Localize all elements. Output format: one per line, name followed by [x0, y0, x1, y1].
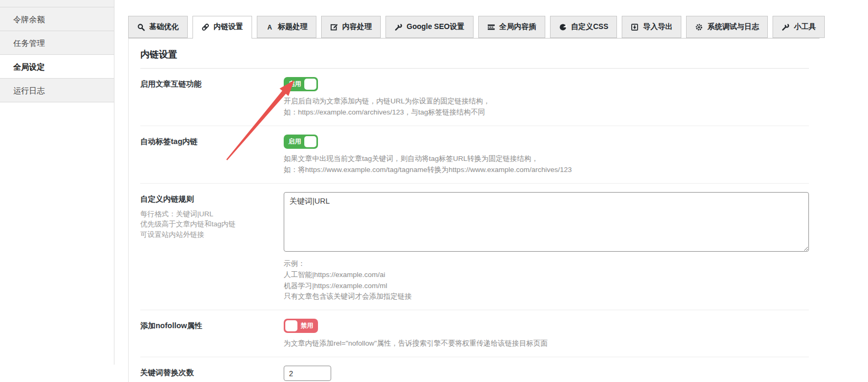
setting-description: 为文章内链添加rel="nofollow"属性，告诉搜索引擎不要将权重传递给该链…	[284, 338, 809, 349]
edit-icon	[330, 23, 338, 31]
setting-label: 关键词替换次数	[140, 368, 274, 378]
sidebar-item-global-settings[interactable]: 全局设定	[0, 55, 114, 79]
toggle-auto-tag-links[interactable]: 启用	[284, 135, 318, 149]
search-icon	[137, 23, 145, 31]
toggle-state-label: 禁用	[297, 321, 316, 330]
sidebar-item-token-balance[interactable]: 令牌余额	[0, 7, 114, 31]
tab-label: 基础优化	[149, 22, 179, 32]
tab-label: 系统调试与日志	[707, 22, 759, 32]
appearance-icon	[559, 23, 567, 31]
toggle-state-label: 启用	[285, 80, 304, 89]
setting-label: 自定义内链规则	[140, 194, 274, 204]
sidebar: 令牌余额 任务管理 全局设定 运行日志	[0, 0, 114, 365]
tab-title-processing[interactable]: A 标题处理	[257, 16, 316, 38]
tab-basic-optimization[interactable]: 基础优化	[128, 16, 188, 38]
tab-custom-css[interactable]: 自定义CSS	[550, 16, 618, 38]
toggle-knob	[304, 79, 316, 90]
setting-label-notes: 每行格式：关键词|URL 优先级高于文章内链和tag内链 可设置站内站外链接	[140, 209, 274, 240]
sidebar-item-task-management[interactable]: 任务管理	[0, 31, 114, 55]
internal-links-panel: 内链设置 启用文章互链功能 启用 开启后自动为文章添加内链，内链URL为你设置的…	[128, 38, 819, 382]
tab-tools[interactable]: 小工具	[773, 16, 825, 38]
sidebar-item-run-logs[interactable]: 运行日志	[0, 79, 114, 102]
tab-internal-links[interactable]: 内链设置	[192, 16, 252, 39]
tab-label: 标题处理	[278, 22, 307, 32]
tools-icon	[394, 23, 402, 31]
setting-label: 添加nofollow属性	[140, 321, 274, 331]
toggle-enable-article-links[interactable]: 启用	[284, 77, 318, 91]
tab-label: 内链设置	[214, 22, 243, 32]
setting-description: 如果文章中出现当前文章tag关键词，则自动将tag标签URL转换为固定链接结构，…	[284, 154, 809, 176]
gear-icon	[695, 23, 703, 31]
toggle-knob	[285, 320, 297, 331]
setting-row-replace-count: 关键词替换次数 每个关键词在文章中最多替换为链接的次数	[140, 357, 809, 382]
toggle-knob	[304, 136, 316, 147]
custom-link-rules-textarea[interactable]: 关键词|URL	[284, 192, 809, 252]
tab-label: 导入导出	[643, 22, 672, 32]
tab-label: 小工具	[794, 22, 816, 32]
wrench-icon	[782, 23, 789, 31]
tab-content-processing[interactable]: 内容处理	[321, 16, 381, 38]
keyword-replace-count-input[interactable]	[284, 366, 331, 381]
setting-label: 自动标签tag内链	[140, 137, 274, 147]
setting-description: 示例： 人工智能|https://example.com/ai 机器学习|htt…	[284, 259, 809, 303]
setting-description: 开启后自动为文章添加内链，内链URL为你设置的固定链接结构， 如：https:/…	[284, 96, 809, 118]
link-icon	[201, 23, 209, 31]
letter-a-icon: A	[266, 23, 274, 31]
setting-label: 启用文章互链功能	[140, 79, 274, 89]
toggle-nofollow[interactable]: 禁用	[284, 319, 318, 333]
page-title: 内链设置	[140, 39, 809, 69]
tab-label: 自定义CSS	[571, 22, 609, 32]
insert-lines-icon	[487, 23, 495, 31]
setting-row-nofollow: 添加nofollow属性 禁用 为文章内链添加rel="nofollow"属性，…	[140, 310, 809, 357]
setting-row-auto-tag-links: 自动标签tag内链 启用 如果文章中出现当前文章tag关键词，则自动将tag标签…	[140, 126, 809, 184]
tab-system-debug-logs[interactable]: 系统调试与日志	[686, 16, 768, 38]
sidebar-item-partial	[0, 0, 114, 7]
download-icon	[631, 23, 639, 31]
tab-global-content-insert[interactable]: 全局内容插	[478, 16, 545, 38]
tab-label: Google SEO设置	[407, 22, 465, 32]
tab-label: 全局内容插	[499, 22, 536, 32]
tab-google-seo[interactable]: Google SEO设置	[385, 16, 474, 38]
svg-text:A: A	[267, 24, 272, 31]
tab-import-export[interactable]: 导入导出	[622, 16, 681, 38]
setting-row-enable-article-links: 启用文章互链功能 启用 开启后自动为文章添加内链，内链URL为你设置的固定链接结…	[140, 69, 809, 126]
tab-label: 内容处理	[342, 22, 372, 32]
setting-row-custom-link-rules: 自定义内链规则 每行格式：关键词|URL 优先级高于文章内链和tag内链 可设置…	[140, 184, 809, 311]
toggle-state-label: 启用	[285, 137, 304, 146]
settings-tabbar: 基础优化 内链设置 A 标题处理 内容处理 Google SEO设置	[128, 16, 819, 38]
main-content: 基础优化 内链设置 A 标题处理 内容处理 Google SEO设置	[128, 16, 819, 382]
